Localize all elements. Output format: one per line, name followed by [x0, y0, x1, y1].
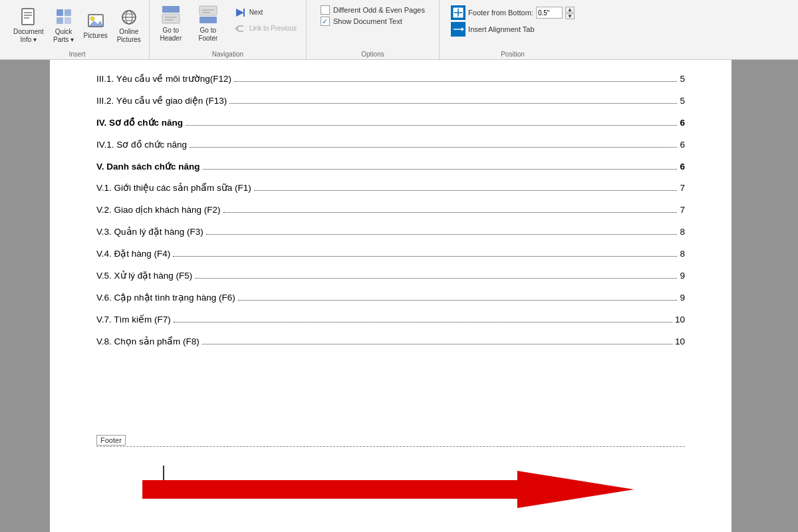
toc-item: V.6. Cập nhật tình trạng hàng (F6)9: [96, 292, 685, 305]
insert-alignment-tab-row: Insert Alignment Tab: [451, 22, 575, 37]
toc-text: V.6. Cập nhật tình trạng hàng (F6): [96, 292, 235, 305]
svg-rect-20: [200, 6, 217, 15]
svg-rect-4: [57, 9, 63, 16]
go-to-header-button[interactable]: Go toHeader: [155, 3, 187, 44]
toc-dots: [254, 190, 678, 191]
go-to-footer-icon: [198, 4, 219, 25]
document-info-label: DocumentInfo ▾: [13, 28, 44, 44]
insert-alignment-tab-icon: [451, 22, 466, 37]
svg-rect-16: [162, 6, 180, 13]
toc-page: 5: [680, 73, 685, 86]
footer-label: Footer: [96, 435, 126, 446]
toc-page: 9: [680, 292, 685, 305]
cursor-bar: [163, 466, 164, 485]
toc-text: V.8. Chọn sản phẩm (F8): [96, 336, 200, 348]
toc-page: 5: [680, 95, 685, 108]
insert-group: DocumentInfo ▾ QuickParts ▾: [5, 0, 150, 59]
toc-dots: [206, 234, 678, 235]
different-odd-even-row[interactable]: Different Odd & Even Pages: [321, 5, 425, 15]
online-pictures-button[interactable]: OnlinePictures: [114, 7, 144, 45]
toc-text: III.1. Yêu cầu về môi trường(F12): [96, 73, 231, 86]
toc-item: V.8. Chọn sản phẩm (F8)10: [96, 336, 685, 348]
link-to-previous-label: Link to Previous: [249, 25, 297, 33]
footer-from-bottom-label: Footer from Bottom:: [468, 9, 533, 17]
toc-text: V.7. Tìm kiếm (F7): [96, 314, 171, 327]
toc-page: 10: [675, 336, 685, 348]
toc-page: 10: [675, 314, 685, 327]
toc-page: 9: [680, 270, 685, 283]
toc-dots: [223, 212, 678, 213]
toc-item: V.2. Giao dịch khách hàng (F2)7: [96, 204, 685, 217]
toc-dots: [174, 322, 672, 323]
pictures-button[interactable]: Pictures: [81, 11, 110, 41]
show-document-text-checkbox[interactable]: [321, 17, 330, 26]
different-odd-even-label: Different Odd & Even Pages: [333, 6, 425, 14]
navigation-group: Go toHeader Go toFooter: [150, 0, 307, 59]
svg-rect-0: [22, 9, 34, 25]
go-to-header-label: Go toHeader: [160, 27, 182, 43]
document-area: III.1. Yêu cầu về môi trường(F12)5III.2.…: [50, 60, 732, 532]
toc-dots: [186, 125, 677, 126]
go-to-header-icon: [160, 4, 182, 25]
footer-down-spinner[interactable]: ▼: [565, 13, 575, 19]
insert-group-label: Insert: [68, 49, 85, 58]
footer-up-spinner[interactable]: ▲: [565, 7, 575, 13]
toc-dots: [202, 344, 672, 344]
toc-text: III.2. Yêu cầu về giao diện (F13): [96, 95, 227, 108]
footer-from-bottom-input[interactable]: [536, 7, 563, 19]
svg-point-9: [90, 17, 94, 21]
toc-item: V.1. Giới thiệu các sản phẩm sữa (F1)7: [96, 182, 685, 195]
toc-dots: [234, 81, 677, 82]
toc-item: III.1. Yêu cầu về môi trường(F12)5: [96, 73, 685, 86]
toc-item: III.2. Yêu cầu về giao diện (F13)5: [96, 95, 685, 108]
document-info-icon: [19, 8, 38, 27]
footer-from-bottom-icon: [451, 5, 466, 20]
different-odd-even-checkbox[interactable]: [321, 5, 330, 15]
show-document-text-row[interactable]: Show Document Text: [321, 17, 425, 26]
next-icon: [233, 7, 247, 18]
svg-rect-17: [162, 14, 180, 23]
footer-area: [50, 447, 732, 532]
quick-parts-button[interactable]: QuickParts ▾: [51, 7, 77, 45]
insert-alignment-tab-label: Insert Alignment Tab: [468, 25, 534, 33]
toc-page: 7: [680, 204, 685, 217]
toc-item: V. Danh sách chức năng6: [96, 161, 685, 174]
toc-text: V.5. Xử lý đặt hàng (F5): [96, 270, 192, 283]
toc-text: V. Danh sách chức năng: [96, 161, 200, 174]
toc-dots: [203, 169, 678, 170]
quick-parts-icon: [55, 8, 73, 27]
go-to-footer-button[interactable]: Go toFooter: [192, 3, 224, 44]
ribbon: DocumentInfo ▾ QuickParts ▾: [0, 0, 798, 60]
toc-item: IV. Sơ đồ chức năng6: [96, 117, 685, 130]
navigation-buttons: Go toHeader Go toFooter: [155, 3, 301, 49]
toc-page: 8: [680, 248, 685, 261]
svg-marker-24: [236, 9, 244, 17]
options-group: Different Odd & Even Pages Show Document…: [307, 0, 440, 59]
toc-dots: [173, 256, 677, 257]
link-to-previous-icon: [233, 23, 247, 34]
online-pictures-label: OnlinePictures: [117, 28, 141, 44]
main-area: III.1. Yêu cầu về môi trường(F12)5III.2.…: [0, 60, 798, 532]
quick-parts-label: QuickParts ▾: [53, 28, 74, 44]
go-to-footer-label: Go toFooter: [198, 27, 217, 43]
link-to-previous-button[interactable]: Link to Previous: [229, 21, 301, 36]
toc-page: 8: [680, 226, 685, 239]
nav-right-col: Next Link to Previous: [229, 3, 301, 36]
toc-page: 6: [680, 161, 685, 174]
svg-marker-32: [462, 27, 464, 31]
toc-text: V.2. Giao dịch khách hàng (F2): [96, 204, 221, 217]
toc-text: V.1. Giới thiệu các sản phẩm sữa (F1): [96, 182, 251, 195]
toc-text: IV.1. Sơ đồ chức năng: [96, 139, 187, 152]
toc-page: 7: [680, 182, 685, 195]
toc-text: V.3. Quản lý đặt hàng (F3): [96, 226, 203, 239]
online-pictures-icon: [120, 8, 138, 27]
document-info-button[interactable]: DocumentInfo ▾: [11, 7, 47, 45]
toc-item: V.7. Tìm kiếm (F7)10: [96, 314, 685, 327]
position-group: Footer from Bottom: ▲ ▼ Insert Alignment…: [440, 0, 586, 59]
show-document-text-label: Show Document Text: [333, 17, 402, 25]
toc-item: V.5. Xử lý đặt hàng (F5)9: [96, 270, 685, 283]
toc-container: III.1. Yêu cầu về môi trường(F12)5III.2.…: [96, 73, 685, 348]
next-button[interactable]: Next: [229, 5, 301, 20]
insert-buttons: DocumentInfo ▾ QuickParts ▾: [11, 3, 144, 49]
svg-rect-7: [65, 17, 71, 24]
